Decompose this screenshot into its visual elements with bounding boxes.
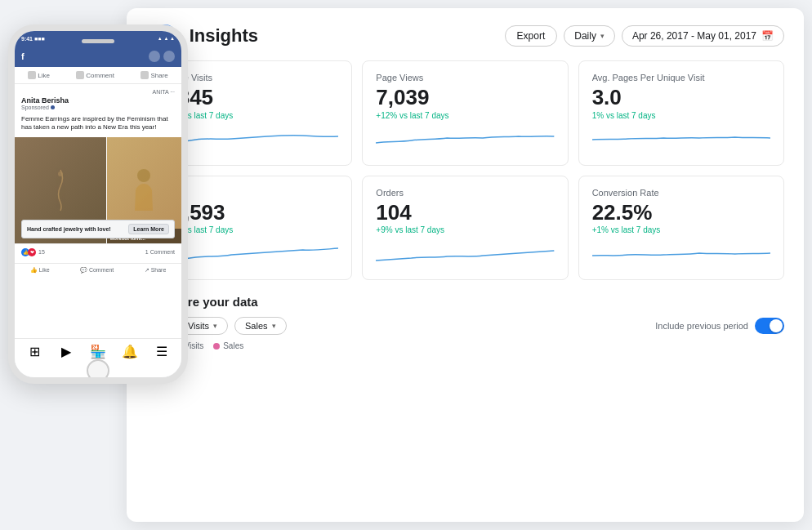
metric-change-4: +9% vs last 7 days	[376, 225, 554, 234]
like-icon	[28, 71, 36, 79]
sales-dropdown[interactable]: Sales ▾	[234, 317, 287, 335]
metric-card-conversion: Conversion Rate 22.5% +1% vs last 7 days	[578, 176, 784, 281]
metric-value-5: 22.5%	[592, 201, 770, 225]
metric-value-2: 3.0	[592, 86, 770, 109]
fb-logo: f	[21, 51, 25, 61]
fb-bottom-actions: 👍Like 💬Comment ↗Share	[15, 263, 181, 277]
compare-section: Compare your data Unique Visits ▾ Sales …	[146, 295, 784, 350]
compare-title: Compare your data	[146, 295, 784, 309]
daily-chevron-icon: ▾	[600, 32, 605, 40]
metric-label-4: Orders	[376, 188, 554, 198]
status-signal: ▲ ▲ ▲	[158, 36, 175, 41]
metrics-grid: Unique Visits 2,345 +10% vs last 7 days …	[146, 60, 784, 280]
fb-search-icon	[149, 51, 160, 62]
header-controls: Export Daily ▾ Apr 26, 2017 - May 01, 20…	[505, 25, 784, 47]
bottom-comment[interactable]: 💬Comment	[80, 267, 114, 274]
dashboard-header: ‹ W Insights Export Daily ▾ Apr 26, 2017…	[146, 24, 784, 47]
fb-user-name: Anita Berisha	[21, 96, 175, 105]
svg-point-1	[137, 169, 150, 182]
sparkline-4	[376, 239, 554, 268]
page-title: Insights	[190, 25, 505, 47]
fb-sponsored: Sponsored	[21, 105, 175, 110]
fb-user-info: ANITA ··· Anita Berisha Sponsored	[15, 84, 181, 115]
calendar-icon: 📅	[761, 30, 774, 42]
nav-home[interactable]: ⊞	[27, 345, 42, 359]
metric-card-orders: Orders 104 +9% vs last 7 days	[362, 176, 568, 281]
nav-bell[interactable]: 🔔	[123, 345, 137, 359]
heart-reaction-icon: ❤	[28, 248, 36, 256]
nav-video[interactable]: ▶	[59, 345, 74, 359]
dashboard-panel: ‹ W Insights Export Daily ▾ Apr 26, 2017…	[127, 8, 804, 522]
bottom-share[interactable]: ↗Share	[145, 267, 167, 274]
sparkline-5	[592, 239, 770, 268]
fb-share-action[interactable]: Share	[141, 71, 167, 79]
daily-dropdown[interactable]: Daily ▾	[564, 25, 615, 47]
include-period-toggle: Include previous period	[655, 318, 784, 334]
nav-marketplace[interactable]: 🏪	[91, 345, 105, 359]
compare-controls: Unique Visits ▾ Sales ▾ Include previous…	[146, 317, 784, 335]
sparkline-2	[592, 125, 770, 154]
svg-point-0	[58, 171, 63, 176]
fb-images: Introducing t... workout form... Hand cr…	[15, 137, 181, 243]
date-range-button[interactable]: Apr 26, 2017 - May 01, 2017 📅	[622, 25, 784, 47]
toggle-switch[interactable]	[755, 318, 784, 334]
learn-more-button[interactable]: Learn More	[128, 224, 169, 234]
sponsored-dot	[51, 105, 55, 109]
fb-post: Like Comment Share ANITA ···	[15, 67, 181, 338]
reaction-count: 15	[38, 249, 45, 255]
metric-value-1: 7,039	[376, 86, 554, 109]
fb-reactions: 👍 ❤ 15 1 Comment	[21, 248, 175, 256]
fb-footer: 👍 ❤ 15 1 Comment	[15, 243, 181, 263]
fb-comment-action[interactable]: Comment	[76, 71, 114, 79]
metric-change-1: +12% vs last 7 days	[376, 111, 554, 120]
fb-like-action[interactable]: Like	[28, 71, 50, 79]
nav-menu[interactable]: ☰	[154, 345, 169, 359]
home-button[interactable]	[87, 359, 109, 377]
dropdown1-chevron: ▾	[213, 322, 217, 330]
phone-mockup: 9:41 ■■■ ▲ ▲ ▲ f	[8, 24, 188, 384]
metric-change-2: 1% vs last 7 days	[592, 111, 770, 120]
metric-label-5: Conversion Rate	[592, 188, 770, 198]
share-icon	[141, 71, 149, 79]
dropdown2-chevron: ▾	[272, 322, 276, 330]
metric-label-1: Page Views	[376, 73, 554, 82]
fb-actions-row: Like Comment Share	[15, 67, 181, 84]
fb-menu-icon	[163, 51, 175, 62]
fb-cta-text: Hand crafted jewelry with love!	[27, 226, 111, 232]
fb-cta-bar: Hand crafted jewelry with love! Learn Mo…	[21, 220, 175, 238]
chart-legend: Unique Visits Sales	[146, 341, 784, 350]
fb-header: f	[15, 46, 181, 67]
fb-post-text: Femme Earrings are inspired by the Femin…	[15, 115, 181, 137]
metric-value-4: 104	[376, 201, 554, 225]
status-time: 9:41 ■■■	[21, 36, 45, 42]
metric-change-5: +1% vs last 7 days	[592, 225, 770, 234]
export-button[interactable]: Export	[505, 25, 558, 47]
legend-sales: Sales	[213, 341, 243, 350]
toggle-knob	[770, 319, 783, 332]
metric-card-page-views: Page Views 7,039 +12% vs last 7 days	[362, 60, 568, 166]
fb-more-options: ANITA ···	[21, 89, 175, 95]
metric-card-avg-pages: Avg. Pages Per Unique Visit 3.0 1% vs la…	[578, 60, 784, 166]
comment-icon	[76, 71, 84, 79]
metric-label-2: Avg. Pages Per Unique Visit	[592, 73, 770, 82]
include-period-label: Include previous period	[655, 321, 748, 331]
phone-home-indicator	[15, 364, 181, 377]
comment-count: 1 Comment	[145, 249, 175, 255]
legend-dot-pink	[213, 343, 220, 350]
phone-status-bar: 9:41 ■■■ ▲ ▲ ▲	[15, 31, 181, 46]
bottom-like[interactable]: 👍Like	[30, 267, 50, 274]
sparkline-1	[376, 125, 554, 154]
